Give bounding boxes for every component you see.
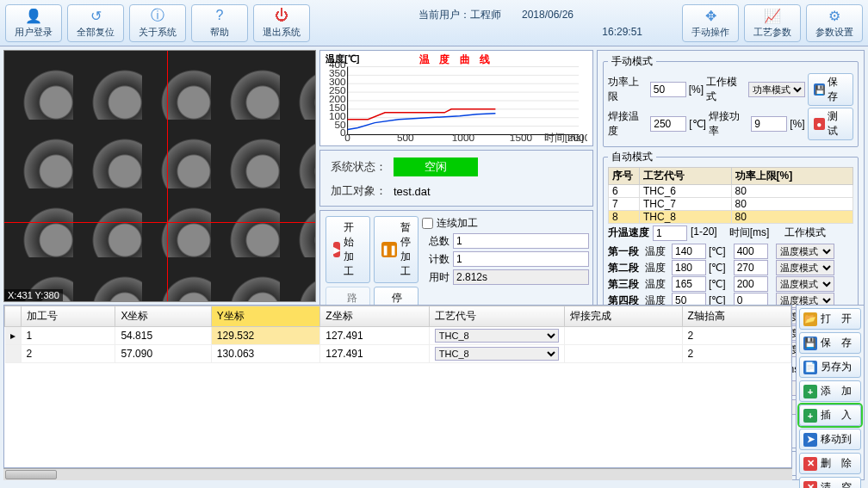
segment-row: 第二段温度[℃]温度模式 (608, 260, 853, 275)
total-input[interactable] (453, 233, 589, 249)
power-limit-input[interactable] (650, 82, 686, 97)
login-button[interactable]: 👤用户登录 (5, 4, 62, 42)
seg-mode-select[interactable]: 温度模式 (776, 244, 834, 259)
segment-row: 第一段温度[℃]温度模式 (608, 244, 853, 259)
main-toolbar: 👤用户登录 ↺全部复位 ⓘ关于系统 ?帮助 ⏻退出系统 当前用户：工程师 201… (0, 0, 868, 46)
temperature-chart: 温度[℃] 温 度 曲 线 050100 150200250 300350400 (319, 50, 593, 146)
seg-mode-select[interactable]: 温度模式 (776, 260, 834, 275)
h-scrollbar[interactable] (3, 468, 792, 480)
open-button[interactable]: 📂打 开 (799, 308, 861, 330)
ramp-input[interactable] (653, 225, 687, 241)
insert-button[interactable]: +插 入 (799, 405, 861, 426)
seg-time-input[interactable] (734, 244, 768, 259)
reset-button[interactable]: ↺全部复位 (67, 4, 124, 42)
work-mode-select[interactable]: 功率模式 (748, 82, 805, 97)
svg-text:500: 500 (397, 132, 414, 144)
table-row: ▸154.815129.532127.491THC_82 (5, 327, 791, 345)
svg-text:1500: 1500 (510, 132, 533, 144)
camera-coord: X:431 Y:380 (4, 289, 63, 301)
seg-temp-input[interactable] (672, 276, 706, 292)
seg-mode-select[interactable]: 温度模式 (776, 276, 834, 292)
process-table[interactable]: 序号工艺代号功率上限[%] 6THC_680 7THC_780 8THC_880 (608, 167, 853, 224)
weld-power-input[interactable] (751, 116, 787, 132)
camera-view[interactable]: X:431 Y:380 (3, 50, 316, 302)
table-row: 257.090130.063127.491THC_82 (5, 345, 791, 363)
seg-time-input[interactable] (734, 260, 768, 275)
elapsed-field (453, 269, 589, 285)
pause-button[interactable]: ❚❚暂停加工 (374, 216, 418, 283)
target-file: test.dat (394, 185, 431, 198)
crosshair-v (167, 51, 168, 301)
seg-temp-input[interactable] (672, 260, 706, 275)
settings-button[interactable]: ⚙参数设置 (806, 4, 863, 42)
grid-delete-button[interactable]: ✕删 除 (799, 453, 861, 474)
status-badge: 空闲 (394, 158, 478, 176)
count-input[interactable] (453, 251, 589, 267)
svg-text:时间[ms]: 时间[ms] (544, 132, 584, 144)
weld-temp-input[interactable] (650, 116, 686, 132)
grid-actions: 📂打 开 💾保 存 📄另存为 +添 加 +插 入 ➤移动到 ✕删 除 ✕清 空 … (796, 305, 865, 480)
user-info: 当前用户：工程师 2018/06/26 16:29:51 (315, 6, 677, 40)
crosshair-h (4, 222, 315, 223)
svg-text:0: 0 (344, 132, 350, 144)
saveas-button[interactable]: 📄另存为 (799, 356, 861, 378)
manual-mode-group: 手动模式 功率上限 [%] 工作模式 功率模式 💾保存 焊接温度 [℃] 焊接功… (603, 54, 859, 147)
coord-grid[interactable]: 加工号X坐标 Y坐标Z坐标 工艺代号焊接完成Z轴抬高 ▸154.815129.5… (3, 305, 792, 468)
manual-test-button[interactable]: ●测试 (808, 108, 854, 140)
seg-temp-input[interactable] (672, 244, 706, 259)
segment-row: 第三段温度[℃]温度模式 (608, 276, 853, 292)
help-button[interactable]: ?帮助 (191, 4, 248, 42)
status-panel: 系统状态：空闲 加工对象：test.dat (319, 150, 593, 207)
table-row: 7THC_780 (609, 198, 853, 211)
about-button[interactable]: ⓘ关于系统 (129, 4, 186, 42)
exit-button[interactable]: ⏻退出系统 (253, 4, 310, 42)
start-button[interactable]: ▶开始加工 (326, 216, 370, 283)
seg-time-input[interactable] (734, 276, 768, 292)
moveto-button[interactable]: ➤移动到 (799, 429, 861, 450)
table-row: 6THC_680 (609, 185, 853, 198)
process-button[interactable]: 📈工艺参数 (744, 4, 801, 42)
continuous-checkbox[interactable] (422, 218, 433, 229)
svg-text:1000: 1000 (452, 132, 475, 144)
table-row: 8THC_880 (609, 211, 853, 224)
manual-save-button[interactable]: 💾保存 (808, 73, 853, 106)
grid-add-button[interactable]: +添 加 (799, 380, 861, 402)
clear-button[interactable]: ✕清 空 (799, 477, 861, 488)
manual-button[interactable]: ✥手动操作 (682, 4, 739, 42)
grid-save-button[interactable]: 💾保 存 (799, 332, 861, 354)
